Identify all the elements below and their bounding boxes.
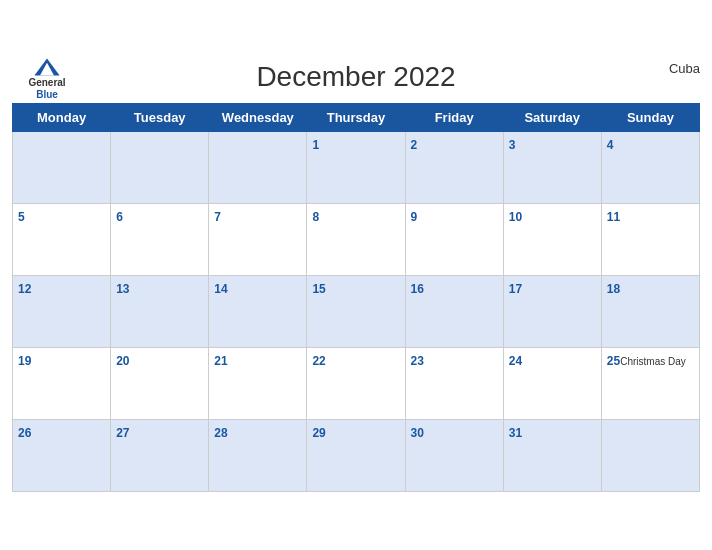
calendar-cell: 8 (307, 203, 405, 275)
logo-icon (33, 57, 61, 77)
day-number: 15 (312, 282, 325, 296)
header-saturday: Saturday (503, 103, 601, 131)
day-number: 7 (214, 210, 221, 224)
calendar-wrapper: General Blue December 2022 Cuba Monday T… (0, 47, 712, 504)
calendar-cell: 13 (111, 275, 209, 347)
day-number: 3 (509, 138, 516, 152)
calendar-cell: 22 (307, 347, 405, 419)
calendar-title: December 2022 (256, 61, 455, 93)
calendar-cell: 29 (307, 419, 405, 491)
calendar-week-row: 567891011 (13, 203, 700, 275)
header-wednesday: Wednesday (209, 103, 307, 131)
day-number: 17 (509, 282, 522, 296)
logo-area: General Blue (12, 57, 82, 101)
day-number: 31 (509, 426, 522, 440)
calendar-cell: 28 (209, 419, 307, 491)
day-number: 11 (607, 210, 620, 224)
day-number: 25 (607, 354, 620, 368)
calendar-cell (209, 131, 307, 203)
day-number: 26 (18, 426, 31, 440)
logo-general: General (28, 77, 65, 89)
day-number: 9 (411, 210, 418, 224)
calendar-cell: 2 (405, 131, 503, 203)
day-number: 10 (509, 210, 522, 224)
calendar-cell: 15 (307, 275, 405, 347)
calendar-cell: 26 (13, 419, 111, 491)
calendar-cell (601, 419, 699, 491)
day-number: 16 (411, 282, 424, 296)
header-tuesday: Tuesday (111, 103, 209, 131)
weekday-header-row: Monday Tuesday Wednesday Thursday Friday… (13, 103, 700, 131)
calendar-cell: 3 (503, 131, 601, 203)
calendar-cell: 1 (307, 131, 405, 203)
day-number: 29 (312, 426, 325, 440)
calendar-cell: 18 (601, 275, 699, 347)
calendar-cell: 20 (111, 347, 209, 419)
header-friday: Friday (405, 103, 503, 131)
calendar-cell: 11 (601, 203, 699, 275)
header-sunday: Sunday (601, 103, 699, 131)
calendar-week-row: 262728293031 (13, 419, 700, 491)
header-monday: Monday (13, 103, 111, 131)
calendar-body: 1234567891011121314151617181920212223242… (13, 131, 700, 491)
day-event: Christmas Day (620, 356, 686, 367)
country-label: Cuba (669, 61, 700, 76)
calendar-cell: 27 (111, 419, 209, 491)
calendar-cell: 10 (503, 203, 601, 275)
calendar-cell: 23 (405, 347, 503, 419)
calendar-week-row: 1234 (13, 131, 700, 203)
header-thursday: Thursday (307, 103, 405, 131)
day-number: 5 (18, 210, 25, 224)
day-number: 4 (607, 138, 614, 152)
day-number: 28 (214, 426, 227, 440)
calendar-cell: 30 (405, 419, 503, 491)
day-number: 6 (116, 210, 123, 224)
calendar-cell: 19 (13, 347, 111, 419)
day-number: 21 (214, 354, 227, 368)
calendar-header: General Blue December 2022 Cuba (12, 57, 700, 97)
calendar-cell: 17 (503, 275, 601, 347)
day-number: 23 (411, 354, 424, 368)
calendar-cell (111, 131, 209, 203)
calendar-cell: 14 (209, 275, 307, 347)
day-number: 20 (116, 354, 129, 368)
calendar-cell: 21 (209, 347, 307, 419)
day-number: 22 (312, 354, 325, 368)
calendar-cell: 12 (13, 275, 111, 347)
day-number: 30 (411, 426, 424, 440)
day-number: 19 (18, 354, 31, 368)
day-number: 27 (116, 426, 129, 440)
calendar-week-row: 12131415161718 (13, 275, 700, 347)
day-number: 13 (116, 282, 129, 296)
calendar-table: Monday Tuesday Wednesday Thursday Friday… (12, 103, 700, 492)
day-number: 2 (411, 138, 418, 152)
day-number: 18 (607, 282, 620, 296)
day-number: 14 (214, 282, 227, 296)
calendar-cell: 6 (111, 203, 209, 275)
day-number: 8 (312, 210, 319, 224)
calendar-week-row: 19202122232425Christmas Day (13, 347, 700, 419)
day-number: 24 (509, 354, 522, 368)
logo-blue: Blue (36, 89, 58, 101)
calendar-cell: 7 (209, 203, 307, 275)
day-number: 12 (18, 282, 31, 296)
calendar-cell: 24 (503, 347, 601, 419)
calendar-cell: 4 (601, 131, 699, 203)
day-number: 1 (312, 138, 319, 152)
calendar-cell: 16 (405, 275, 503, 347)
calendar-cell: 25Christmas Day (601, 347, 699, 419)
calendar-cell: 5 (13, 203, 111, 275)
calendar-cell (13, 131, 111, 203)
calendar-cell: 31 (503, 419, 601, 491)
calendar-cell: 9 (405, 203, 503, 275)
